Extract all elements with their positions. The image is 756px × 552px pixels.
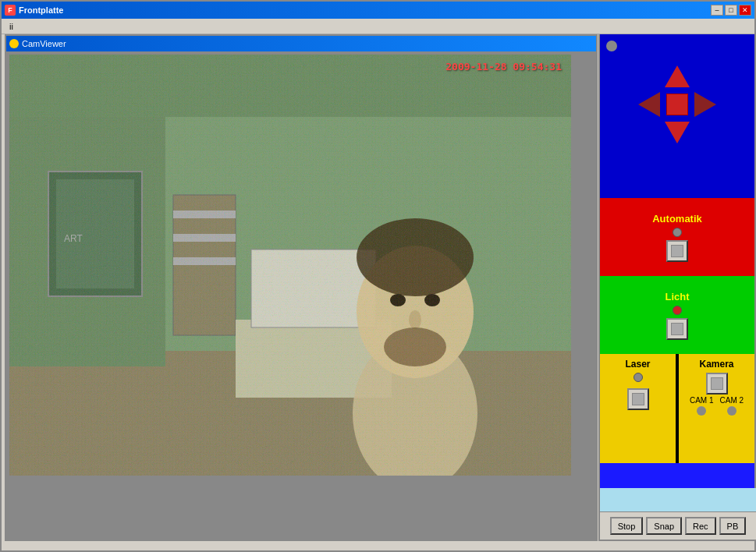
licht-label: Licht	[665, 291, 689, 303]
dpad-down-button[interactable]	[665, 122, 690, 143]
automatik-section: Automatik	[600, 198, 754, 276]
kamera-label: Kamera	[699, 359, 733, 370]
licht-btn-inner	[671, 323, 683, 335]
cam2-label: CAM 2	[720, 396, 744, 405]
cam-feed: ART	[9, 55, 571, 476]
window-title: Frontplatte	[19, 5, 63, 15]
cam1-led	[697, 406, 706, 416]
maximize-button[interactable]: □	[725, 5, 737, 16]
title-bar: F Frontplatte – □ ✕	[2, 2, 754, 19]
kamera-btn-inner	[711, 377, 723, 390]
laser-label: Laser	[625, 359, 650, 370]
snap-button[interactable]: Snap	[646, 517, 682, 535]
cam-selector: CAM 1 CAM 2	[690, 396, 744, 416]
stop-button[interactable]: Stop	[610, 517, 644, 535]
cam1-label: CAM 1	[690, 396, 714, 405]
cam-noise	[9, 55, 571, 476]
kamera-section: Kamera CAM 1 CAM 2	[679, 354, 754, 463]
laser-btn-inner	[632, 393, 644, 405]
kamera-button[interactable]	[706, 373, 728, 395]
laser-led	[634, 373, 643, 382]
automatik-btn-inner	[671, 245, 683, 257]
cam-title: CamViewer	[22, 39, 66, 48]
main-window: F Frontplatte – □ ✕ ii CamViewer	[0, 0, 756, 552]
control-panel: Automatik Licht Laser	[598, 34, 754, 541]
cam-content: ART	[6, 51, 596, 540]
licht-section: Licht	[600, 276, 754, 354]
cam2-led	[727, 406, 736, 416]
laser-button-wrap	[627, 388, 649, 410]
minimize-button[interactable]: –	[711, 5, 723, 16]
cam-icon	[9, 39, 19, 48]
cam-title-bar: CamViewer	[6, 36, 596, 51]
dpad-left-button[interactable]	[638, 92, 660, 117]
dpad-up-button[interactable]	[665, 65, 690, 87]
cam1-option[interactable]: CAM 1	[690, 396, 714, 416]
bottom-buttons: Stop Snap Rec PB	[600, 511, 756, 540]
laser-section: Laser	[600, 354, 679, 463]
menu-bar: ii	[2, 19, 754, 34]
automatik-led	[673, 228, 682, 237]
licht-button[interactable]	[666, 318, 688, 340]
cam-image: ART	[9, 55, 571, 476]
automatik-label: Automatik	[652, 213, 702, 225]
rec-button[interactable]: Rec	[685, 517, 716, 535]
dpad-section	[600, 34, 754, 198]
bottom-section: Laser Kamera CAM 1	[600, 354, 754, 463]
title-controls: – □ ✕	[711, 5, 751, 16]
dpad	[638, 65, 716, 143]
cam2-option[interactable]: CAM 2	[720, 396, 744, 416]
window-icon: F	[5, 5, 16, 16]
pb-button[interactable]: PB	[719, 517, 747, 535]
dpad-right-button[interactable]	[694, 92, 716, 117]
light-blue-section	[600, 488, 756, 511]
dpad-center-button[interactable]	[666, 94, 688, 115]
laser-button[interactable]	[627, 388, 649, 410]
close-button[interactable]: ✕	[739, 5, 751, 16]
cam-window: CamViewer	[5, 34, 598, 541]
automatik-button[interactable]	[666, 240, 688, 262]
licht-led	[673, 306, 682, 315]
menu-item-ii[interactable]: ii	[5, 20, 18, 33]
dpad-indicator-led	[606, 41, 617, 51]
title-bar-left: F Frontplatte	[5, 5, 63, 16]
